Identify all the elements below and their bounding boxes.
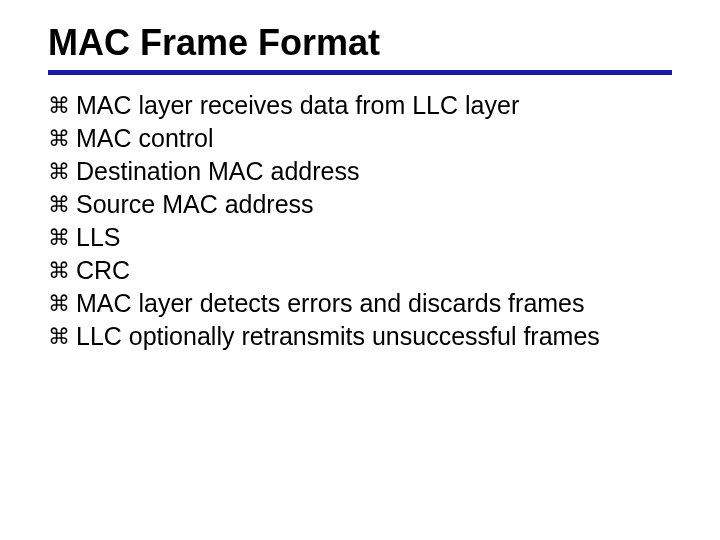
bullet-icon: ⌘ bbox=[48, 190, 70, 219]
title-underline bbox=[48, 70, 672, 75]
bullet-text: MAC control bbox=[76, 122, 672, 155]
bullet-text: Source MAC address bbox=[76, 188, 672, 221]
bullet-text: LLS bbox=[76, 221, 672, 254]
bullet-text: LLC optionally retransmits unsuccessful … bbox=[76, 320, 672, 353]
bullet-text: Destination MAC address bbox=[76, 155, 672, 188]
list-item: ⌘ MAC layer receives data from LLC layer bbox=[48, 89, 672, 122]
bullet-icon: ⌘ bbox=[48, 223, 70, 252]
bullet-text: MAC layer detects errors and discards fr… bbox=[76, 287, 672, 320]
list-item: ⌘ LLS bbox=[48, 221, 672, 254]
bullet-icon: ⌘ bbox=[48, 289, 70, 318]
list-item: ⌘ MAC control bbox=[48, 122, 672, 155]
bullet-list: ⌘ MAC layer receives data from LLC layer… bbox=[48, 89, 672, 353]
bullet-text: CRC bbox=[76, 254, 672, 287]
list-item: ⌘ LLC optionally retransmits unsuccessfu… bbox=[48, 320, 672, 353]
bullet-icon: ⌘ bbox=[48, 124, 70, 153]
bullet-icon: ⌘ bbox=[48, 157, 70, 186]
slide-title: MAC Frame Format bbox=[48, 22, 672, 64]
bullet-icon: ⌘ bbox=[48, 256, 70, 285]
list-item: ⌘ MAC layer detects errors and discards … bbox=[48, 287, 672, 320]
list-item: ⌘ Destination MAC address bbox=[48, 155, 672, 188]
slide: MAC Frame Format ⌘ MAC layer receives da… bbox=[0, 0, 720, 540]
bullet-icon: ⌘ bbox=[48, 322, 70, 351]
list-item: ⌘ CRC bbox=[48, 254, 672, 287]
bullet-icon: ⌘ bbox=[48, 91, 70, 120]
bullet-text: MAC layer receives data from LLC layer bbox=[76, 89, 672, 122]
list-item: ⌘ Source MAC address bbox=[48, 188, 672, 221]
